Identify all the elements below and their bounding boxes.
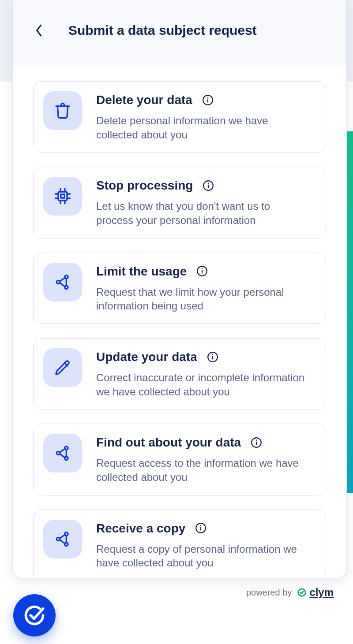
option-title: Find out about your data	[96, 435, 241, 450]
privacy-widget-fab[interactable]	[13, 594, 56, 637]
brand-link[interactable]: clym	[297, 586, 334, 599]
share-icon	[43, 434, 82, 473]
data-request-panel: Submit a data subject request Delete you…	[12, 0, 347, 578]
info-button[interactable]	[202, 179, 215, 192]
info-button[interactable]	[201, 93, 214, 107]
svg-line-33	[60, 454, 65, 458]
share-icon	[43, 263, 82, 302]
svg-point-28	[212, 354, 213, 355]
check-circle-icon	[23, 604, 46, 627]
option-description: Request a copy of personal information w…	[96, 542, 308, 570]
option-body: Update your data Correct inaccurate or i…	[96, 348, 313, 398]
svg-line-20	[60, 283, 65, 286]
svg-line-19	[60, 278, 65, 281]
info-icon	[195, 522, 207, 534]
info-icon	[203, 180, 214, 191]
svg-rect-3	[58, 192, 67, 201]
svg-line-25	[64, 363, 68, 366]
request-option-list: Delete your data Delete personal informa…	[13, 65, 346, 578]
option-description: Delete personal information we have coll…	[96, 114, 308, 141]
option-delete-your-data[interactable]: Delete your data Delete personal informa…	[33, 81, 326, 153]
info-icon	[196, 265, 208, 277]
option-title: Stop processing	[96, 178, 193, 193]
option-description: Request access to the information we hav…	[96, 456, 308, 484]
option-description: Correct inaccurate or incomplete informa…	[96, 371, 308, 398]
option-limit-the-usage[interactable]: Limit the usage Request that we limit ho…	[33, 253, 326, 324]
info-button[interactable]	[206, 350, 219, 364]
option-description: Let us know that you don't want us to pr…	[96, 199, 308, 227]
option-title: Update your data	[96, 349, 197, 365]
trash-icon	[43, 91, 82, 130]
brand-name: clym	[309, 586, 334, 599]
option-title: Delete your data	[96, 92, 192, 108]
info-icon	[202, 94, 214, 106]
svg-point-46	[200, 525, 202, 527]
panel-title: Submit a data subject request	[68, 23, 257, 38]
svg-point-24	[202, 268, 203, 269]
powered-by-label: powered by	[246, 588, 292, 598]
panel-header: Submit a data subject request	[13, 0, 346, 65]
svg-line-32	[60, 449, 65, 452]
option-stop-processing[interactable]: Stop processing Let us know that you don…	[33, 167, 326, 238]
svg-line-41	[60, 535, 65, 538]
chip-icon	[43, 177, 82, 216]
brand-check-icon	[297, 588, 307, 597]
pencil-icon	[43, 348, 82, 387]
powered-by-footer: powered by clym	[246, 586, 334, 599]
option-description: Request that we limit how your personal …	[96, 285, 308, 313]
svg-line-42	[60, 540, 65, 543]
info-button[interactable]	[250, 436, 263, 449]
option-body: Receive a copy Request a copy of persona…	[96, 520, 313, 570]
info-icon	[207, 351, 218, 363]
option-title: Limit the usage	[96, 264, 187, 279]
option-receive-a-copy[interactable]: Receive a copy Request a copy of persona…	[33, 510, 326, 578]
svg-point-37	[256, 439, 257, 441]
info-button[interactable]	[195, 264, 209, 278]
back-button[interactable]	[30, 21, 49, 40]
option-body: Stop processing Let us know that you don…	[96, 177, 313, 227]
option-update-your-data[interactable]: Update your data Correct inaccurate or i…	[33, 338, 326, 409]
option-body: Delete your data Delete personal informa…	[96, 91, 313, 141]
option-body: Limit the usage Request that we limit ho…	[96, 263, 313, 313]
share-icon	[43, 520, 82, 558]
svg-point-2	[207, 97, 209, 98]
svg-rect-4	[61, 194, 64, 198]
info-icon	[251, 437, 262, 448]
option-body: Find out about your data Request access …	[96, 434, 313, 484]
option-find-out-about-your-data[interactable]: Find out about your data Request access …	[33, 424, 326, 495]
chevron-left-icon	[35, 24, 43, 37]
info-button[interactable]	[194, 521, 207, 535]
svg-point-15	[208, 182, 209, 184]
option-title: Receive a copy	[96, 521, 185, 536]
